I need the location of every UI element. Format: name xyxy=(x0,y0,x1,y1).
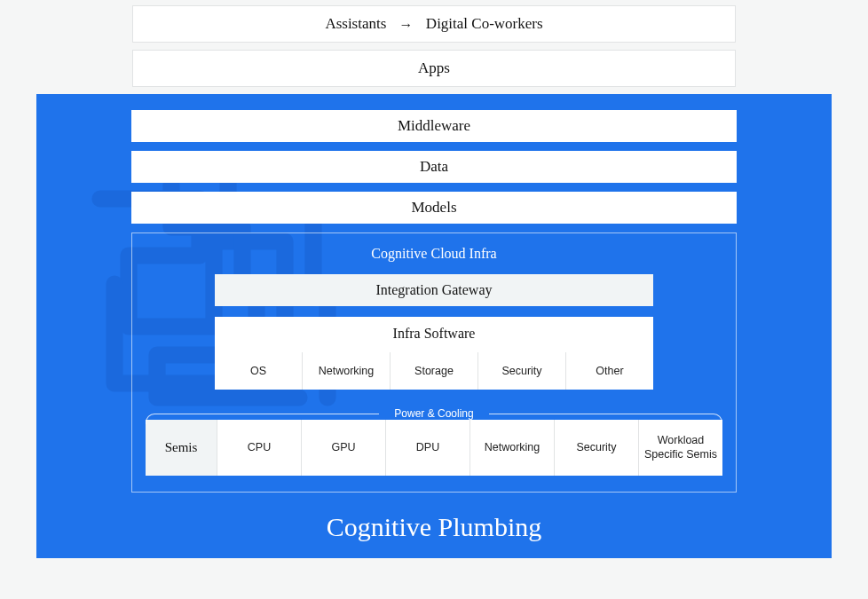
infra-software-title: Infra Software xyxy=(215,317,653,352)
power-bracket-right xyxy=(489,414,722,424)
semis-security: Security xyxy=(554,420,638,476)
data-label: Data xyxy=(420,158,448,175)
middleware-label: Middleware xyxy=(398,117,470,134)
semis-dpu: DPU xyxy=(385,420,470,476)
infra-sw-networking: Networking xyxy=(302,352,390,390)
data-box: Data xyxy=(131,151,737,183)
apps-box: Apps xyxy=(132,50,736,87)
infra-sw-other: Other xyxy=(565,352,653,390)
digital-coworkers-label: Digital Co-workers xyxy=(426,15,543,32)
assistants-label: Assistants xyxy=(325,15,386,32)
cognitive-plumbing-title: Cognitive Plumbing xyxy=(36,512,832,542)
semis-row: Semis CPU GPU DPU Networking Security Wo… xyxy=(146,420,722,476)
diagram-root: Assistants → Digital Co-workers Apps Mid… xyxy=(0,0,868,599)
semis-gpu: GPU xyxy=(301,420,385,476)
integration-gateway-box: Integration Gateway xyxy=(215,274,653,306)
power-cooling-header: Power & Cooling xyxy=(146,407,722,420)
cognitive-cloud-infra-container: Cognitive Cloud Infra Integration Gatewa… xyxy=(131,233,737,493)
infra-sw-os: OS xyxy=(215,352,302,390)
apps-label: Apps xyxy=(418,59,450,76)
assistants-coworkers-box: Assistants → Digital Co-workers xyxy=(132,5,736,43)
infra-sw-security: Security xyxy=(477,352,565,390)
middleware-box: Middleware xyxy=(131,110,737,142)
semis-workload: Workload Specific Semis xyxy=(638,420,722,476)
models-box: Models xyxy=(131,192,737,224)
cognitive-plumbing-panel: Middleware Data Models Cognitive Cloud I… xyxy=(36,94,832,558)
infra-software-row: OS Networking Storage Security Other xyxy=(215,352,653,390)
arrow-right-icon: → xyxy=(399,17,414,33)
power-cooling-label: Power & Cooling xyxy=(394,407,473,420)
semis-label: Semis xyxy=(146,420,217,476)
semis-cpu: CPU xyxy=(217,420,301,476)
power-bracket-left xyxy=(146,414,379,424)
cognitive-cloud-infra-title: Cognitive Cloud Infra xyxy=(132,246,736,262)
models-label: Models xyxy=(412,199,457,216)
semis-networking: Networking xyxy=(470,420,554,476)
infra-software-box: Infra Software OS Networking Storage Sec… xyxy=(215,317,653,390)
integration-gateway-label: Integration Gateway xyxy=(375,282,492,297)
infra-sw-storage: Storage xyxy=(390,352,477,390)
